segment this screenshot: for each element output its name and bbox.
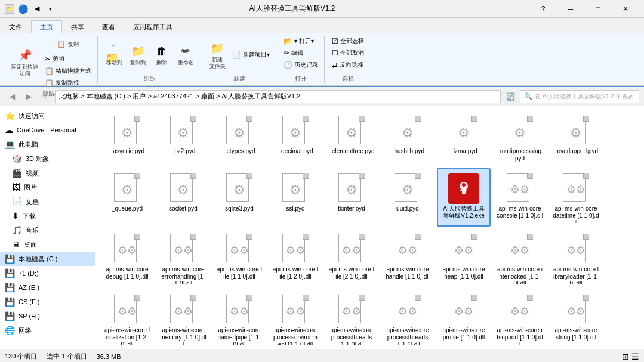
sidebar-item-network[interactable]: 🌐 网络 <box>0 323 95 338</box>
sidebar-item-onedrive[interactable]: ☁ OneDrive - Personal <box>0 123 95 137</box>
file-item[interactable]: ⚙⚙ api-ms-win-core errorhandling [1-1-0]… <box>156 229 210 287</box>
onedrive-icon: ☁ <box>5 125 13 135</box>
nav-up-button[interactable]: ↑ <box>38 89 53 104</box>
history-button[interactable]: 🕐 历史记录 <box>281 60 321 70</box>
file-area[interactable]: ⚙ _asyncio.pyd ⚙ _bz2.pyd ⚙ _ctypes.pyd … <box>95 106 644 349</box>
minimize-button[interactable]: ─ <box>557 0 584 18</box>
window-title: AI人脸替换工具尝鲜版V1.2 <box>55 4 529 14</box>
file-item[interactable]: ⚙⚙ api-ms-win-core file [1 1 0].dll <box>212 229 266 287</box>
sidebar-item-label: CS (F:) <box>19 298 39 305</box>
file-item[interactable]: ⚙ _elementtree.pyd <box>325 111 378 166</box>
help-button[interactable]: ? <box>529 0 557 18</box>
sidebar-item-drive-d[interactable]: 💾 71 (D:) <box>0 266 95 280</box>
file-item[interactable]: ⚙ uuid.pyd <box>381 168 435 227</box>
move-button[interactable]: →📁 移动到 <box>103 38 125 72</box>
edit-button[interactable]: ✏ 编辑 <box>281 48 306 58</box>
sidebar-item-drive-e[interactable]: 💾 AZ (E:) <box>0 280 95 295</box>
nav-forward-button[interactable]: ▶ <box>21 89 36 104</box>
selectnone-button[interactable]: ☐ 全部取消 <box>329 48 366 58</box>
file-item[interactable]: ⚙⚙ api-ms-win-core processorvironment [1… <box>269 290 322 348</box>
quick-access-icon[interactable]: 🔵 <box>17 4 29 14</box>
file-item[interactable]: ⚙⚙ api-ms-win-core file [2 1 0].dll <box>325 229 378 287</box>
file-item[interactable]: ⚙ _overlapped.pyd <box>549 111 603 166</box>
copyto-button[interactable]: 📁 复制到 <box>127 38 149 72</box>
file-item[interactable]: ⚙⚙ api-ms-win-core localization [1-2-0].… <box>100 290 154 348</box>
file-item[interactable]: ⚙⚙ api-ms-win-core heap [1 1 0].dll <box>437 229 491 287</box>
file-item[interactable]: ⚙ _queue.pyd <box>100 168 154 227</box>
file-item[interactable]: ⚙⚙ api-ms-win-core handle [1 1 0].dll <box>381 229 435 287</box>
refresh-button[interactable]: 🔄 <box>503 89 517 104</box>
file-item[interactable]: ⚙ _lzma.pyd <box>437 111 491 166</box>
sidebar-item-music[interactable]: 🎵 音乐 <box>0 223 95 237</box>
file-item[interactable]: ⚙⚙ api-ms-win-core rtsupport [1 1 0].dll <box>493 290 547 348</box>
file-name: api-ms-win-core errorhandling [1-1-0].dl… <box>160 266 207 284</box>
file-item[interactable]: ⚙⚙ api-ms-win-core file [1 2 0].dll <box>269 229 322 287</box>
title-back-icon[interactable]: ◀ <box>31 4 43 14</box>
tab-apptools[interactable]: 应用程序工具 <box>124 20 181 33</box>
file-item[interactable]: ⚙⚙ api-ms-win-core datetime [1 1 0].dll <box>549 168 603 227</box>
file-item[interactable]: ⚙⚙ api-ms-win-core processthreads [1-1-0… <box>325 290 378 348</box>
sidebar-item-drive-f[interactable]: 💾 CS (F:) <box>0 295 95 309</box>
file-item[interactable]: ⚙ _asyncio.pyd <box>100 111 154 166</box>
file-item[interactable]: ⚙⚙ api-ms-win-core profile [1 1 0].dll <box>437 290 491 348</box>
file-item[interactable]: ⚙ _multiprocessing.pyd <box>493 111 547 166</box>
sidebar-item-local-c[interactable]: 💾 本地磁盘 (C:) <box>0 252 95 266</box>
file-item[interactable]: ⚙ socket.pyd <box>156 168 210 227</box>
file-item[interactable]: ⚙ tkinter.pyd <box>325 168 378 227</box>
view-grid-button[interactable]: ⊞ <box>622 352 629 361</box>
cut-button[interactable]: ✂ 剪切 <box>42 54 94 64</box>
search-box[interactable]: 🔍 在 AI人脸替换工具尝鲜版V1.2 中搜索 <box>520 90 639 103</box>
delete-button[interactable]: 🗑 删除 <box>150 38 173 72</box>
file-item[interactable]: ⚙⚙ api-ms-win-core interlocked [1-1-0].d… <box>493 229 547 287</box>
copypath-button[interactable]: 📋 复制路径 <box>42 78 94 88</box>
close-button[interactable]: ✕ <box>612 0 639 18</box>
pin-button[interactable]: 📌 固定到快速访问 <box>8 45 41 79</box>
tab-view[interactable]: 查看 <box>93 20 124 33</box>
tab-home[interactable]: 主页 <box>31 20 62 33</box>
file-item[interactable]: ⚙⚙ api-ms-win-core console [1 1 0].dll <box>493 168 547 227</box>
file-icon-wrapper: ⚙ <box>279 115 312 148</box>
file-item[interactable]: ⚙⚙ api-ms-win-core string [1 1 0].dll <box>549 290 603 348</box>
file-icon-wrapper: ⚙⚙ <box>110 233 144 266</box>
file-item[interactable]: ⚙ sqlite3.pyd <box>212 168 266 227</box>
open-button[interactable]: 📂 ▾ 打开▾ <box>281 36 316 47</box>
nav-back-button[interactable]: ◀ <box>5 89 19 104</box>
tab-file[interactable]: 文件 <box>0 20 31 33</box>
maximize-button[interactable]: □ <box>584 0 612 18</box>
address-path[interactable]: 此电脑 > 本地磁盘 (C:) > 用户 > a1240377421 > 桌面 … <box>55 90 501 103</box>
sidebar-item-downloads[interactable]: ⬇ 下载 <box>0 209 95 223</box>
file-item[interactable]: ⚙⚙ api-ms-win-core debug [1 1 0].dll <box>100 229 154 287</box>
sidebar-item-drive-g[interactable]: 💾 SP (H:) <box>0 309 95 323</box>
file-item[interactable]: ⚙⚙ api-ms-win-core memory [1 1 0].dll <box>156 290 210 348</box>
file-item[interactable]: ⚙ _hashlib.pyd <box>381 111 435 166</box>
newfolder-button[interactable]: 📁 新建文件夹 <box>206 38 229 72</box>
rename-button[interactable]: ✏ 重命名 <box>174 38 197 72</box>
view-list-button[interactable]: ☰ <box>631 352 639 361</box>
file-item[interactable]: ⚙ _decimal.pyd <box>269 111 322 166</box>
sidebar-item-this-pc[interactable]: 💻 此电脑 <box>0 137 95 151</box>
title-dropdown-icon[interactable]: ▾ <box>45 4 55 14</box>
invertsel-button[interactable]: ⇄ 反向选择 <box>329 60 366 70</box>
sidebar-item-pictures[interactable]: 🖼 图片 <box>0 180 95 194</box>
ribbon-group-clipboard: 📌 固定到快速访问 📋 复制 ✂ 剪切 📋 粘贴快捷方式 <box>5 36 98 83</box>
sidebar-item-desktop[interactable]: 🖥 桌面 <box>0 237 95 252</box>
file-item[interactable]: ⚙ _bz2.pyd <box>156 111 210 166</box>
sidebar-item-documents[interactable]: 📄 文档 <box>0 194 95 209</box>
file-item[interactable]: AI人脸替换工具尝鲜版V1.2.exe <box>437 168 491 227</box>
sidebar-item-quick-access[interactable]: ⭐ 快速访问 <box>0 109 95 123</box>
paste-shortcut-button[interactable]: 📋 粘贴快捷方式 <box>42 66 94 76</box>
file-size: 36.3 MB <box>97 353 121 360</box>
sidebar-item-3d[interactable]: 🎲 3D 对象 <box>0 151 95 166</box>
file-item[interactable]: ⚙⚙ api-ms-win-core libraryloader [1-1-0]… <box>549 229 603 287</box>
pyd-icon: ⚙ <box>113 116 141 147</box>
file-item[interactable]: ⚙⚙ api-ms-win-core namedpipe [1-1-0].dll <box>212 290 266 348</box>
invertsel-icon: ⇄ <box>332 61 338 69</box>
file-item[interactable]: ⚙ _ctypes.pyd <box>212 111 266 166</box>
sidebar-item-video[interactable]: 🎬 视频 <box>0 166 95 180</box>
newitem-button[interactable]: 📄 新建项目▾ <box>230 49 272 60</box>
file-item[interactable]: ⚙⚙ api-ms-win-core processthreads [1-1-1… <box>381 290 435 348</box>
file-item[interactable]: ⚙ ssl.pyd <box>269 168 322 227</box>
copy-button[interactable]: 📋 复制 <box>42 36 94 52</box>
selectall-button[interactable]: ☑ 全部选择 <box>329 36 366 47</box>
tab-share[interactable]: 共享 <box>62 20 93 33</box>
